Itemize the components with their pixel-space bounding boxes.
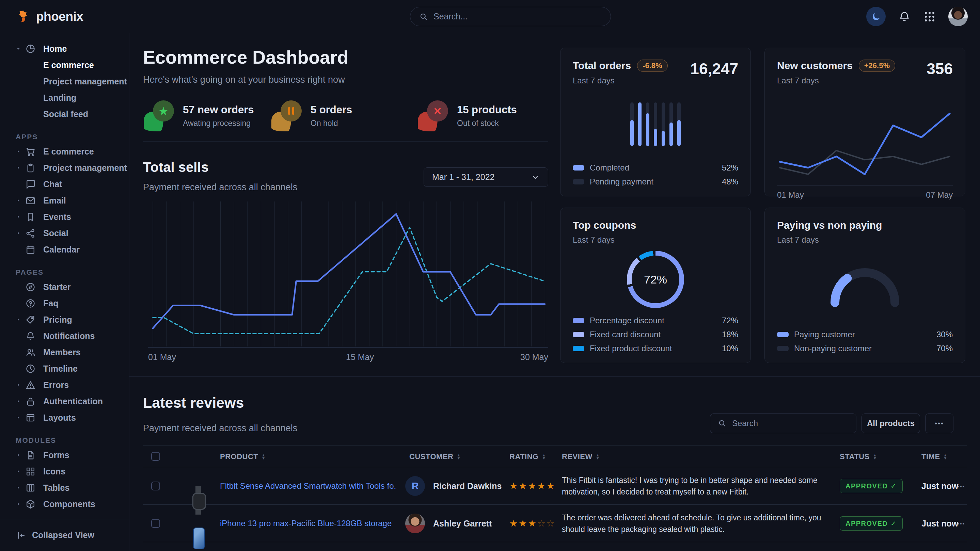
more-options-icon: ••• (935, 420, 944, 427)
sidebar-item-chat[interactable]: Chat (0, 176, 129, 192)
shopping-cart-icon (25, 146, 36, 157)
sidebar-item-label: Social (43, 229, 68, 238)
all-products-filter-button[interactable]: All products (862, 413, 920, 433)
stat-sublabel: On hold (310, 119, 352, 128)
sidebar-item-e-commerce[interactable]: E commerce (0, 143, 129, 160)
notifications-bell-icon[interactable] (898, 10, 911, 23)
row-checkbox[interactable] (151, 481, 160, 491)
caret-placeholder (16, 181, 25, 187)
card-period: Last 7 days (777, 76, 895, 86)
row-more-icon[interactable]: ••• (958, 483, 965, 489)
bar-completed (670, 122, 673, 146)
latest-reviews-title: Latest reviews (143, 394, 244, 411)
sidebar-item-project-management[interactable]: Project management (0, 160, 129, 176)
top-navbar: phoenix (0, 0, 980, 33)
x-tick: 01 May (148, 352, 176, 362)
sidebar-item-label: Icons (43, 467, 65, 476)
sidebar-item-tables[interactable]: Tables (0, 480, 129, 496)
apps-grid-icon[interactable] (923, 10, 936, 23)
product-link[interactable]: Fitbit Sense Advanced Smartwatch with To… (220, 481, 397, 491)
users-icon (25, 347, 36, 358)
global-search[interactable] (410, 7, 611, 26)
sidebar-item-label: Members (43, 348, 81, 357)
sidebar-subitem-project-management[interactable]: Project management (0, 73, 129, 89)
sidebar-item-email[interactable]: Email (0, 192, 129, 209)
more-options-button[interactable]: ••• (925, 413, 953, 433)
date-range-select[interactable]: Mar 1 - 31, 2022 (423, 167, 548, 187)
bar-track (662, 102, 665, 146)
coupons-donut-chart: 72% (627, 251, 684, 308)
sort-icon[interactable]: ▲▼ (457, 454, 461, 460)
donut-center-label: 72% (627, 251, 684, 308)
sidebar-item-authentication[interactable]: Authentication (0, 393, 129, 410)
sidebar-item-label: Authentication (43, 397, 103, 407)
sort-icon[interactable]: ▲▼ (596, 454, 600, 460)
product-link[interactable]: iPhone 13 pro max-Pacific Blue-128GB sto… (220, 519, 391, 528)
sidebar-item-members[interactable]: Members (0, 344, 129, 360)
legend-row: Paying customer30% (777, 330, 953, 339)
select-all-checkbox[interactable] (151, 452, 160, 461)
sidebar-item-social[interactable]: Social (0, 225, 129, 241)
paying-legend: Paying customer30%Non-paying customer70% (777, 330, 953, 353)
collapse-sidebar-button[interactable]: Collapsed View (0, 519, 129, 551)
stat-sublabel: Out of stock (457, 119, 517, 128)
legend-row: Completed52% (573, 163, 738, 173)
sort-icon[interactable]: ▲▼ (542, 454, 546, 460)
brand[interactable]: phoenix (14, 0, 83, 33)
bell-icon (25, 331, 36, 341)
sidebar-item-starter[interactable]: Starter (0, 279, 129, 295)
caret-placeholder (16, 349, 25, 355)
sidebar-item-pricing[interactable]: Pricing (0, 311, 129, 328)
card-period: Last 7 days (777, 235, 882, 245)
sidebar-subitem-social-feed[interactable]: Social feed (0, 106, 129, 122)
page-title: Ecommerce Dashboard (143, 47, 348, 68)
customer-name: Ashley Garrett (433, 518, 492, 528)
sidebar-item-home[interactable]: Home (0, 41, 129, 57)
sidebar-item-forms[interactable]: Forms (0, 447, 129, 463)
legend-label: Percentage discount (590, 316, 664, 326)
clock-icon (25, 364, 36, 374)
sidebar-item-label: Faq (43, 299, 58, 308)
row-more-icon[interactable]: ••• (958, 520, 965, 526)
sidebar-item-icons[interactable]: Icons (0, 463, 129, 480)
sidebar-subitem-landing[interactable]: Landing (0, 89, 129, 106)
legend-value: 18% (722, 330, 738, 339)
sidebar-item-calendar[interactable]: Calendar (0, 241, 129, 258)
sidebar-item-label: Events (43, 212, 71, 222)
sidebar-item-events[interactable]: Events (0, 209, 129, 225)
global-search-input[interactable] (433, 11, 602, 22)
stat-icon (271, 100, 303, 132)
sidebar-item-components[interactable]: Components (0, 496, 129, 512)
sidebar-item-faq[interactable]: Faq (0, 295, 129, 311)
reviews-search-input[interactable] (732, 418, 849, 429)
sidebar-item-errors[interactable]: Errors (0, 377, 129, 393)
sidebar-item-timeline[interactable]: Timeline (0, 360, 129, 377)
stat-sublabel: Awating processing (183, 119, 254, 128)
brand-name: phoenix (36, 10, 83, 24)
sidebar-item-label: Layouts (43, 413, 76, 423)
sidebar-item-label: Chat (43, 179, 62, 189)
compass-icon (25, 282, 36, 292)
help-circle-icon (25, 298, 36, 309)
user-avatar[interactable] (948, 7, 968, 26)
coupons-legend: Percentage discount72%Fixed card discoun… (573, 316, 738, 353)
sidebar-item-notifications[interactable]: Notifications (0, 328, 129, 344)
row-checkbox[interactable] (151, 519, 160, 528)
sidebar-subitem-e-commerce[interactable]: E commerce (0, 57, 129, 73)
reviews-search[interactable] (710, 413, 856, 433)
sort-icon[interactable]: ▲▼ (873, 454, 877, 460)
sidebar-item-label: Email (43, 196, 66, 206)
theme-toggle-button[interactable] (866, 7, 886, 26)
lock-icon (25, 396, 36, 407)
clipboard-icon (25, 163, 36, 173)
sidebar-item-layouts[interactable]: Layouts (0, 410, 129, 426)
sort-icon[interactable]: ▲▼ (943, 454, 947, 460)
bar-completed (646, 113, 649, 146)
close-icon: ✕ (427, 100, 448, 122)
alert-triangle-icon (25, 380, 36, 391)
sort-icon[interactable]: ▲▼ (261, 454, 265, 460)
total-sells-title: Total sells (143, 160, 209, 175)
caret-right-icon (16, 484, 25, 491)
stat-text: 5 ordersOn hold (310, 104, 352, 128)
top-coupons-card: Top coupons Last 7 days 72% Percentage d… (560, 208, 751, 363)
